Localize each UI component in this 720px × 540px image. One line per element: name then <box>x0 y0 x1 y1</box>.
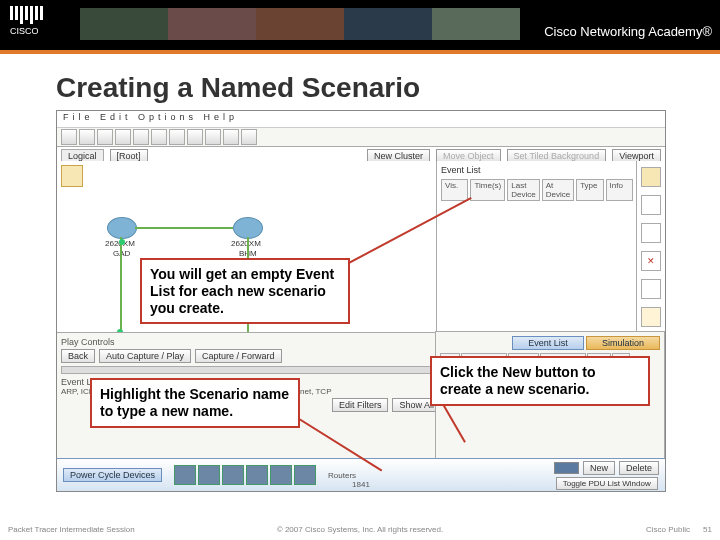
header-people-strip <box>80 8 520 40</box>
capture-forward-button[interactable]: Capture / Forward <box>195 349 282 363</box>
back-button[interactable]: Back <box>61 349 95 363</box>
play-slider[interactable] <box>61 366 441 374</box>
add-simple-pdu-icon[interactable] <box>641 307 661 327</box>
col-type: Type <box>576 179 603 201</box>
menu-bar[interactable]: File Edit Options Help <box>57 111 665 128</box>
device-category-switches[interactable] <box>198 465 220 485</box>
event-list-title: Event List <box>441 165 633 175</box>
new-scenario-button[interactable]: New <box>583 461 615 475</box>
brand-text: Cisco Networking Academy® <box>544 24 712 39</box>
redo-icon[interactable] <box>187 129 203 145</box>
col-vis: Vis. <box>441 179 468 201</box>
delete-tool-icon[interactable]: ✕ <box>641 251 661 271</box>
open-file-icon[interactable] <box>79 129 95 145</box>
logo-text: CISCO <box>10 26 43 36</box>
copy-icon[interactable] <box>133 129 149 145</box>
hand-tool-icon[interactable] <box>641 195 661 215</box>
device-category-end[interactable] <box>294 465 316 485</box>
simulation-button[interactable]: Simulation <box>586 336 660 350</box>
orange-divider <box>0 50 720 54</box>
col-info: Info <box>606 179 633 201</box>
device-category-connections[interactable] <box>270 465 292 485</box>
edit-filters-button[interactable]: Edit Filters <box>332 398 389 412</box>
callout-click-new: Click the New button to create a new sce… <box>430 356 650 406</box>
zoom-out-icon[interactable] <box>223 129 239 145</box>
device-category-wireless[interactable] <box>246 465 268 485</box>
device-category-label: Routers <box>328 471 356 480</box>
slide-header: CISCO Cisco Networking Academy® <box>0 0 720 50</box>
serial-link <box>135 227 233 229</box>
router-gad[interactable] <box>107 217 137 239</box>
undo-icon[interactable] <box>169 129 185 145</box>
play-controls-title: Play Controls <box>61 337 441 347</box>
save-file-icon[interactable] <box>97 129 113 145</box>
new-file-icon[interactable] <box>61 129 77 145</box>
scenario-name-input[interactable] <box>554 462 579 474</box>
col-lastdev: Last Device <box>507 179 539 201</box>
col-time: Time(s) <box>470 179 505 201</box>
toggle-pdu-list-button[interactable]: Toggle PDU List Window <box>556 477 658 490</box>
note-tool-icon[interactable] <box>641 223 661 243</box>
select-tool-icon[interactable] <box>641 167 661 187</box>
link-dot-2 <box>119 239 125 245</box>
print-icon[interactable] <box>115 129 131 145</box>
delete-scenario-button[interactable]: Delete <box>619 461 659 475</box>
footer-right: Cisco Public <box>646 525 690 534</box>
selected-model: 1841 <box>352 480 370 489</box>
auto-capture-play-button[interactable]: Auto Capture / Play <box>99 349 191 363</box>
router-bhm-model: 2620XM <box>231 239 261 248</box>
power-cycle-button[interactable]: Power Cycle Devices <box>63 468 162 482</box>
callout-empty-eventlist: You will get an empty Event List for eac… <box>140 258 350 324</box>
paste-icon[interactable] <box>151 129 167 145</box>
cluster-icon[interactable] <box>61 165 83 187</box>
col-atdev: At Device <box>542 179 574 201</box>
main-toolbar <box>57 128 665 147</box>
router-bhm[interactable] <box>233 217 263 239</box>
event-list-button[interactable]: Event List <box>512 336 584 350</box>
footer-center: © 2007 Cisco Systems, Inc. All rights re… <box>0 525 720 534</box>
inspect-tool-icon[interactable] <box>641 279 661 299</box>
device-bar: Power Cycle Devices Routers New Delete T… <box>57 458 665 491</box>
help-icon[interactable] <box>241 129 257 145</box>
link-gad-sw <box>120 237 122 333</box>
callout-highlight-name: Highlight the Scenario name to type a ne… <box>90 378 300 428</box>
slide-footer: Packet Tracer Intermediate Session © 200… <box>0 518 720 540</box>
device-category-routers[interactable] <box>174 465 196 485</box>
page-number: 51 <box>703 525 712 534</box>
slide-title: Creating a Named Scenario <box>56 72 420 104</box>
device-category-hubs[interactable] <box>222 465 244 485</box>
cisco-logo: CISCO <box>10 6 43 36</box>
zoom-in-icon[interactable] <box>205 129 221 145</box>
